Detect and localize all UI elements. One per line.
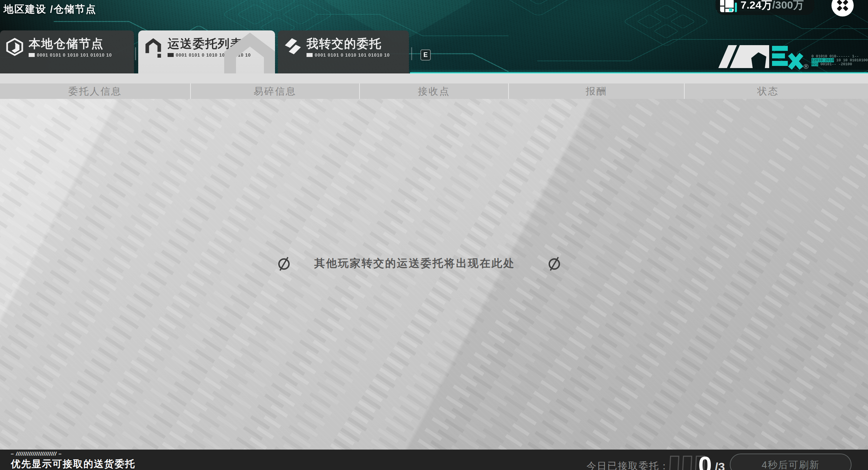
- logo-binary-text: 0 01010 010------ 1-- 12010 2010 10 10 0…: [811, 54, 868, 66]
- mex-logo: ® 0 01010 010------ 1-- 12010 2010 10 10…: [716, 42, 867, 72]
- delivery-arrow-icon: [144, 38, 163, 58]
- empty-state: 其他玩家转交的运送委托将出现在此处: [0, 255, 868, 271]
- empty-state-message: 其他玩家转交的运送委托将出现在此处: [307, 255, 522, 271]
- capacity-current: 7.24万: [741, 0, 772, 13]
- binary-chip: [307, 53, 313, 57]
- commission-list-area: 其他玩家转交的运送委托将出现在此处: [0, 99, 868, 450]
- quota-slot: [669, 456, 679, 470]
- column-header-fragile-info: 易碎信息: [191, 83, 360, 99]
- tab-local-storage-node[interactable]: 本地仓储节点 0001 0101 0 1010 101 01010 10: [0, 30, 134, 73]
- breadcrumb: 地区建设 /仓储节点: [4, 3, 97, 16]
- binary-code-text: 0001 0101 0 1010 101 01010 10: [37, 53, 112, 58]
- warehouse-capacity-icon: [720, 0, 737, 13]
- storage-node-icon: [6, 38, 24, 56]
- capacity-max: /300万: [772, 0, 804, 13]
- no-entry-icon: [547, 256, 562, 271]
- hotkey-letter: E: [423, 51, 428, 59]
- refresh-button-label: 4秒后可刷新: [762, 459, 820, 470]
- quota-max-count: /3: [715, 460, 725, 470]
- transfer-slashes-icon: [284, 38, 302, 56]
- column-header-reward: 报酬: [509, 83, 685, 99]
- storage-capacity-indicator: 7.24万/300万: [715, 0, 814, 15]
- footer-decoration: – ////////////////////// –: [11, 451, 62, 457]
- no-entry-icon: [276, 256, 291, 271]
- footer-note: 优先显示可接取的送货委托: [11, 457, 135, 470]
- registered-mark: ®: [804, 63, 809, 70]
- tab-label: 运送委托列表: [168, 37, 251, 51]
- tab-divider: [135, 47, 136, 60]
- binary-code-text: 0001 0101 0 1010 101 01010 10: [176, 53, 251, 58]
- game-screen: { "breadcrumb": "地区建设 /仓储节点", "capacity"…: [0, 0, 868, 470]
- quota-current-count: 0: [698, 451, 712, 470]
- footer-bar: – ////////////////////// – 优先显示可接取的送货委托 …: [0, 450, 868, 470]
- quota-slot: [682, 456, 692, 470]
- binary-chip: [29, 53, 35, 57]
- refresh-button-disabled[interactable]: 4秒后可刷新: [730, 454, 852, 470]
- tab-label: 本地仓储节点: [29, 37, 112, 51]
- column-header-status: 状态: [685, 83, 852, 99]
- tab-label: 我转交的委托: [307, 37, 390, 51]
- daily-quota-label: 今日已接取委托：: [587, 460, 670, 470]
- column-header-receive-point: 接收点: [360, 83, 509, 99]
- content-top-strip: [0, 73, 868, 83]
- binary-chip: [168, 53, 174, 57]
- column-header-client-info: 委托人信息: [0, 83, 191, 99]
- mex-logo-mark: ®: [716, 42, 810, 71]
- tab-divider: [411, 47, 412, 60]
- binary-code-text: 0001 0101 0 1010 101 01010 10: [315, 53, 390, 58]
- tab-my-transferred-commissions[interactable]: 我转交的委托 0001 0101 0 1010 101 01010 10: [278, 30, 409, 73]
- table-header-row: 委托人信息 易碎信息 接收点 报酬 状态: [0, 83, 852, 99]
- hotkey-badge-E: E: [420, 49, 431, 61]
